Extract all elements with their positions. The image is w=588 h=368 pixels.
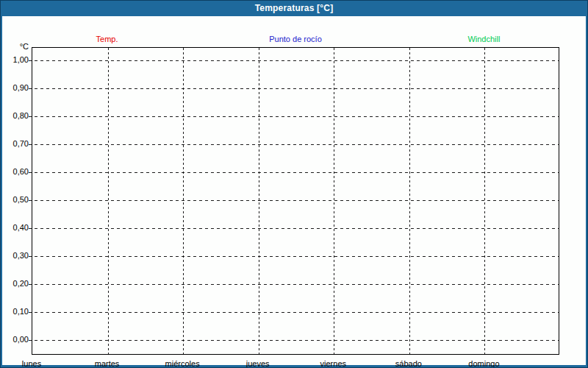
x-gridline: [409, 48, 410, 354]
x-gridline: [484, 48, 485, 354]
y-tick-label: 0,50: [2, 195, 29, 205]
legend-item-0: Temp.: [96, 35, 118, 43]
x-gridline: [259, 48, 259, 354]
x-gridline: [108, 48, 109, 354]
y-tick-label: 0,70: [2, 139, 29, 149]
chart-window: Temperaturas [°C] Temp.Punto de rocíoWin…: [0, 0, 588, 368]
y-tick-label: 0,90: [2, 83, 29, 93]
y-tick-label: 0,20: [2, 279, 29, 289]
plot-area: [32, 47, 559, 355]
x-gridline: [183, 48, 184, 354]
chart-title: Temperaturas [°C]: [1, 1, 587, 16]
day-label: viernes: [320, 359, 346, 368]
day-label: lunes: [22, 359, 41, 368]
y-tick-label: 0,10: [2, 307, 29, 316]
day-label: sábado: [395, 359, 422, 368]
day-label: domingo: [468, 359, 499, 368]
y-tick-label: 0,00: [2, 335, 29, 344]
day-label: martes: [95, 359, 120, 368]
day-label: jueves: [246, 359, 270, 368]
legend-item-1: Punto de rocío: [269, 35, 322, 43]
y-tick-label: 0,60: [2, 167, 29, 177]
legend-item-2: Windchill: [467, 35, 500, 43]
chart-content: Temp.Punto de rocíoWindchill °C 1,000,90…: [2, 16, 586, 365]
y-tick-label: 0,40: [2, 223, 29, 233]
y-tick-label: 1,00: [2, 55, 29, 65]
y-tick-label: 0,30: [2, 251, 29, 261]
y-tick-label: 0,80: [2, 111, 29, 121]
x-gridline: [334, 48, 334, 354]
y-axis-unit: °C: [2, 42, 29, 51]
day-label: miércoles: [165, 359, 200, 368]
